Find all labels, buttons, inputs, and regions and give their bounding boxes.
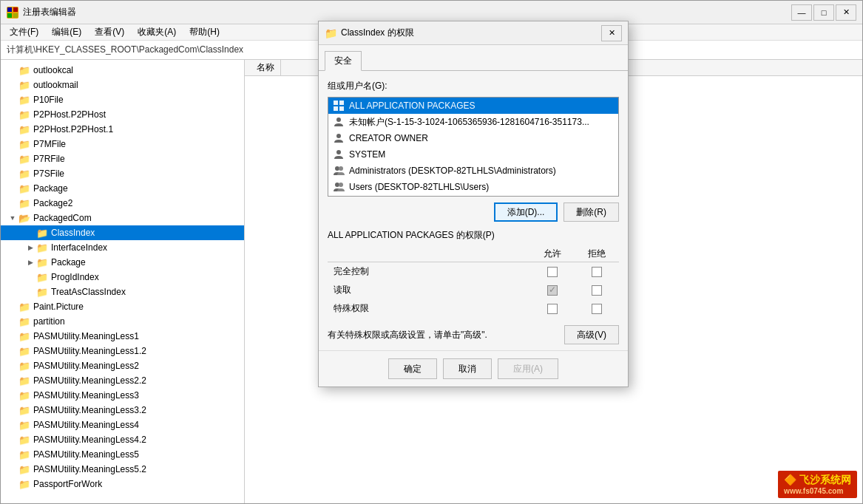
expand-arrow <box>7 449 18 460</box>
folder-icon: 📁 <box>18 316 30 327</box>
tree-item-p2phost1[interactable]: 📁 P2PHost.P2PHost.1 <box>1 122 244 137</box>
title-bar-controls: — □ ✕ <box>791 4 856 21</box>
tree-item-p7mfile[interactable]: 📁 P7MFile <box>1 137 244 151</box>
folder-icon: 📁 <box>18 360 30 372</box>
folder-icon: 📁 <box>18 478 30 490</box>
tree-item-p10file[interactable]: 📁 P10File <box>1 92 244 107</box>
perm-allow-cell <box>530 262 575 282</box>
user-icon <box>333 132 345 144</box>
perm-name-header <box>328 246 530 262</box>
user-item-administrators[interactable]: Administrators (DESKTOP-82TLHLS\Administ… <box>328 163 618 179</box>
tree-label: PassportForWork <box>33 479 102 489</box>
tree-panel[interactable]: 📁 outlookcal 📁 outlookmail 📁 P10File 📁 P… <box>1 60 245 503</box>
tree-item-treatasclassindex[interactable]: 📁 TreatAsClassIndex <box>1 285 244 299</box>
tree-item-outlookmail[interactable]: 📁 outlookmail <box>1 78 244 92</box>
full-control-allow-checkbox[interactable] <box>547 267 558 277</box>
expand-arrow <box>7 183 18 194</box>
advanced-button[interactable]: 高级(V) <box>564 325 619 344</box>
svg-rect-6 <box>334 106 338 111</box>
expand-arrow <box>7 434 18 446</box>
user-icon <box>333 149 345 160</box>
tree-item-pasm42[interactable]: 📁 PASMUtility.MeaningLess4.2 <box>1 432 244 447</box>
expand-arrow <box>24 227 36 239</box>
read-deny-checkbox[interactable] <box>592 285 602 296</box>
perm-deny-cell <box>575 262 619 282</box>
folder-icon: 📁 <box>18 64 30 76</box>
tree-label: PASMUtility.MeaningLess3 <box>33 390 139 401</box>
expand-arrow <box>7 330 18 342</box>
user-item-creator-owner[interactable]: CREATOR OWNER <box>328 130 618 146</box>
perm-allow-cell <box>530 299 575 318</box>
user-label: Users (DESKTOP-82TLHLS\Users) <box>349 182 489 192</box>
perm-deny-header: 拒绝 <box>575 246 619 262</box>
expand-arrow: ▶ <box>24 256 36 268</box>
tree-item-pasm5[interactable]: 📁 PASMUtility.MeaningLess5 <box>1 447 244 462</box>
menu-edit[interactable]: 编辑(E) <box>46 24 87 40</box>
special-deny-checkbox[interactable] <box>592 304 602 314</box>
tree-item-package2[interactable]: 📁 Package2 <box>1 196 244 211</box>
tree-item-pasm22[interactable]: 📁 PASMUtility.MeaningLess2.2 <box>1 373 244 388</box>
cancel-button[interactable]: 取消 <box>443 358 492 379</box>
remove-button[interactable]: 删除(R) <box>564 202 619 222</box>
svg-rect-5 <box>339 101 344 105</box>
tree-item-packagedcom[interactable]: ▼ 📂 PackagedCom <box>1 211 244 225</box>
tree-item-pasm2[interactable]: 📁 PASMUtility.MeaningLess2 <box>1 358 244 373</box>
add-button[interactable]: 添加(D)... <box>494 202 558 222</box>
expand-arrow <box>7 109 18 120</box>
special-allow-checkbox[interactable] <box>547 304 558 314</box>
minimize-button[interactable]: — <box>791 4 812 21</box>
menu-help[interactable]: 帮助(H) <box>183 24 226 40</box>
user-item-all-app-packages[interactable]: ALL APPLICATION PACKAGES <box>328 98 618 114</box>
folder-icon: 📁 <box>36 271 48 283</box>
apply-button[interactable]: 应用(A) <box>498 358 558 379</box>
tree-item-outlookcal[interactable]: 📁 outlookcal <box>1 63 244 78</box>
tree-item-p2phost[interactable]: 📁 P2PHost.P2PHost <box>1 107 244 122</box>
tree-item-package-sub[interactable]: ▶ 📁 Package <box>1 255 244 270</box>
menu-view[interactable]: 查看(V) <box>89 24 130 40</box>
user-list[interactable]: ALL APPLICATION PACKAGES 未知帐户(S-1-15-3-1… <box>328 97 619 197</box>
ok-button[interactable]: 确定 <box>388 358 437 379</box>
tree-item-partition[interactable]: 📁 partition <box>1 314 244 329</box>
tree-item-interfaceindex[interactable]: ▶ 📁 InterfaceIndex <box>1 240 244 255</box>
tree-item-passportforwork[interactable]: 📁 PassportForWork <box>1 477 244 491</box>
svg-point-12 <box>339 166 343 171</box>
maximize-button[interactable]: □ <box>813 4 834 21</box>
tree-item-progidindex[interactable]: 📁 ProgIdIndex <box>1 270 244 285</box>
menu-file[interactable]: 文件(F) <box>4 24 44 40</box>
menu-favorites[interactable]: 收藏夹(A) <box>132 24 182 40</box>
tree-item-pasm4[interactable]: 📁 PASMUtility.MeaningLess4 <box>1 418 244 432</box>
tree-label: PASMUtility.MeaningLess2 <box>33 361 139 371</box>
tree-item-pasm12[interactable]: 📁 PASMUtility.MeaningLess1.2 <box>1 344 244 358</box>
tree-item-classindex[interactable]: 📁 ClassIndex <box>1 225 244 240</box>
tree-item-package[interactable]: 📁 Package <box>1 181 244 196</box>
tree-label: partition <box>33 316 65 327</box>
tree-item-pasm3[interactable]: 📁 PASMUtility.MeaningLess3 <box>1 388 244 403</box>
watermark-url: www.fs0745.com <box>784 487 851 495</box>
folder-icon: 📁 <box>18 434 30 446</box>
user-item-system[interactable]: SYSTEM <box>328 146 618 163</box>
folder-icon: 📁 <box>18 449 30 460</box>
user-item-unknown[interactable]: 未知帐户(S-1-15-3-1024-1065365936-1281604716… <box>328 114 618 130</box>
user-icon <box>333 116 345 128</box>
tree-label: Package <box>51 257 86 268</box>
tab-security[interactable]: 安全 <box>325 51 362 71</box>
dialog-close-button[interactable]: ✕ <box>601 25 622 41</box>
user-item-users[interactable]: Users (DESKTOP-82TLHLS\Users) <box>328 179 618 195</box>
tree-item-p7rfile[interactable]: 📁 P7RFile <box>1 151 244 166</box>
close-button[interactable]: ✕ <box>836 4 856 21</box>
expand-arrow <box>7 301 18 313</box>
svg-rect-0 <box>7 7 12 12</box>
svg-rect-2 <box>7 13 12 18</box>
read-allow-checkbox[interactable] <box>547 285 558 296</box>
full-control-deny-checkbox[interactable] <box>592 267 602 277</box>
tree-item-pasm52[interactable]: 📁 PASMUtility.MeaningLess5.2 <box>1 462 244 477</box>
tree-label: InterfaceIndex <box>51 242 107 253</box>
tree-item-pasm32[interactable]: 📁 PASMUtility.MeaningLess3.2 <box>1 403 244 418</box>
tree-item-p7sfile[interactable]: 📁 P7SFile <box>1 166 244 181</box>
svg-point-8 <box>336 118 341 122</box>
tree-label: PASMUtility.MeaningLess1.2 <box>33 346 146 356</box>
tree-item-pasm1[interactable]: 📁 PASMUtility.MeaningLess1 <box>1 329 244 344</box>
advanced-row: 有关特殊权限或高级设置，请单击"高级". 高级(V) <box>328 325 619 344</box>
tree-label: PASMUtility.MeaningLess4 <box>33 420 139 430</box>
tree-item-paint[interactable]: 📁 Paint.Picture <box>1 299 244 314</box>
